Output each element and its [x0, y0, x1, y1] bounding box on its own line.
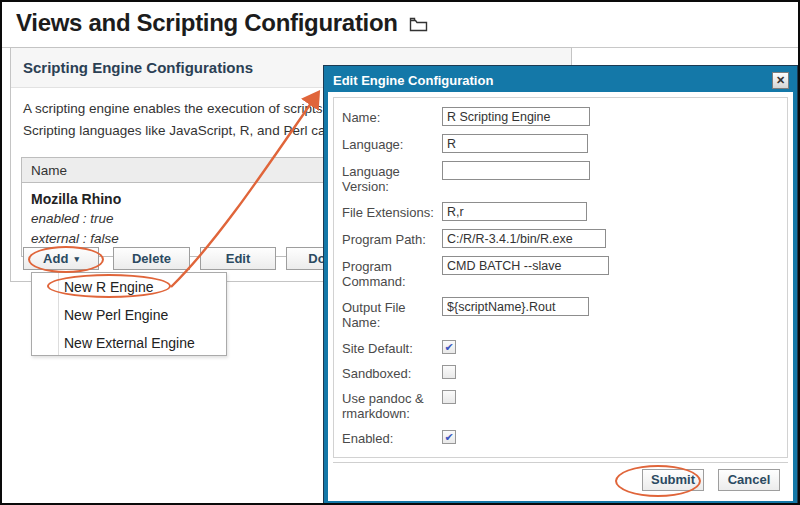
delete-button-label: Delete [132, 251, 171, 266]
dialog-title: Edit Engine Configuration [333, 73, 772, 88]
cancel-button[interactable]: Cancel [718, 469, 780, 491]
checkbox[interactable] [442, 390, 456, 404]
field-label: Output File Name: [342, 297, 438, 330]
dialog-form: Name:Language:Language Version:File Exte… [333, 97, 788, 458]
form-row: Language: [342, 134, 779, 153]
caret-down-icon: ▾ [74, 254, 79, 264]
edit-button[interactable]: Edit [200, 247, 276, 270]
screenshot-root: Views and Scripting Configuration Script… [0, 0, 800, 505]
edit-engine-dialog: Edit Engine Configuration ✕ Name:Languag… [324, 66, 797, 505]
page-title-text: Views and Scripting Configuration [16, 9, 398, 37]
panel-description: A scripting engine enables the execution… [23, 98, 333, 142]
field-label: File Extensions: [342, 202, 438, 221]
menu-item-new-perl-engine[interactable]: New Perl Engine [32, 301, 226, 329]
field-label: Name: [342, 107, 438, 126]
dialog-footer: Submit Cancel [333, 462, 788, 496]
field-input[interactable] [442, 202, 587, 221]
checkbox[interactable] [442, 365, 456, 379]
menu-item-new-r-engine[interactable]: New R Engine [32, 273, 226, 301]
form-row: Output File Name: [342, 297, 779, 330]
folder-icon[interactable] [409, 10, 428, 38]
menu-item-new-external-engine[interactable]: New External Engine [32, 329, 226, 357]
form-row: Program Path: [342, 229, 779, 248]
description-line: Scripting languages like JavaScript, R, … [23, 120, 333, 142]
field-label: Program Path: [342, 229, 438, 248]
add-button[interactable]: Add ▾ [23, 247, 99, 270]
dialog-titlebar: Edit Engine Configuration ✕ [328, 70, 793, 92]
delete-button[interactable]: Delete [113, 247, 190, 270]
form-row: Program Command: [342, 256, 779, 289]
description-line: A scripting engine enables the execution… [23, 98, 333, 120]
add-button-label: Add [43, 251, 68, 266]
form-row: Site Default:✔ [342, 338, 779, 356]
form-row: File Extensions: [342, 202, 779, 221]
field-label: Site Default: [342, 338, 438, 356]
field-input[interactable] [442, 107, 590, 126]
edit-button-label: Edit [226, 251, 251, 266]
dialog-body: Name:Language:Language Version:File Exte… [328, 92, 793, 501]
form-row: Sandboxed: [342, 363, 779, 381]
field-label: Use pandoc & rmarkdown: [342, 388, 438, 421]
form-row: Enabled:✔ [342, 428, 779, 446]
checkbox[interactable]: ✔ [442, 430, 456, 444]
field-label: Program Command: [342, 256, 438, 289]
submit-button[interactable]: Submit [642, 469, 704, 491]
checkbox[interactable]: ✔ [442, 340, 456, 354]
field-input[interactable] [442, 229, 606, 248]
form-row: Name: [342, 107, 779, 126]
add-dropdown-menu: New R Engine New Perl Engine New Externa… [31, 272, 227, 356]
field-label: Language Version: [342, 161, 438, 194]
field-label: Sandboxed: [342, 363, 438, 381]
field-label: Language: [342, 134, 438, 153]
field-input[interactable] [442, 297, 589, 316]
close-icon[interactable]: ✕ [772, 72, 789, 89]
field-input[interactable] [442, 161, 590, 180]
field-input[interactable] [442, 134, 588, 153]
form-row: Language Version: [342, 161, 779, 194]
field-label: Enabled: [342, 428, 438, 446]
form-row: Use pandoc & rmarkdown: [342, 388, 779, 421]
field-input[interactable] [442, 256, 609, 275]
page-title: Views and Scripting Configuration [16, 7, 428, 38]
